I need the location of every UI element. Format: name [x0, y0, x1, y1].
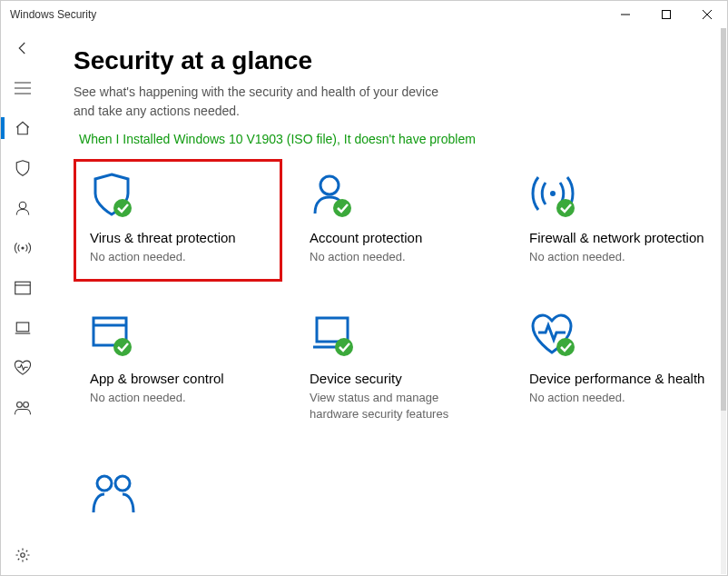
svg-rect-1 [662, 11, 670, 19]
tile-title: Firewall & network protection [529, 230, 705, 245]
tile-title: Device security [310, 371, 486, 386]
nav-virus-threat[interactable] [1, 148, 44, 188]
svg-point-22 [113, 338, 132, 356]
menu-button[interactable] [1, 68, 44, 108]
nav-account-protection[interactable] [1, 188, 44, 228]
svg-point-26 [97, 476, 112, 491]
svg-rect-9 [15, 282, 31, 294]
annotation-note: When I Installed Windows 10 V1903 (ISO f… [74, 132, 709, 146]
window-title: Windows Security [10, 8, 96, 21]
heart-icon [529, 311, 705, 362]
tile-status: No action needed. [90, 249, 266, 265]
nav-settings[interactable] [1, 535, 44, 575]
tile-account-protection[interactable]: Account protection No action needed. [293, 159, 502, 282]
tile-app-browser[interactable]: App & browser control No action needed. [74, 300, 282, 439]
main-content: Security at a glance See what's happenin… [44, 28, 727, 575]
laptop-icon [310, 311, 486, 362]
close-button[interactable] [686, 1, 727, 28]
tile-virus-threat[interactable]: Virus & threat protection No action need… [74, 159, 282, 282]
svg-point-14 [21, 553, 25, 558]
nav-home[interactable] [1, 108, 44, 148]
svg-point-25 [556, 338, 575, 356]
nav-firewall[interactable] [1, 228, 44, 268]
tile-title: App & browser control [90, 371, 266, 386]
sidebar [1, 28, 44, 575]
family-icon [90, 469, 266, 520]
tile-device-security[interactable]: Device security View status and manage h… [293, 300, 502, 439]
svg-point-7 [19, 202, 26, 209]
nav-family-options[interactable] [1, 388, 44, 428]
minimize-button[interactable] [605, 1, 645, 28]
nav-device-security[interactable] [1, 308, 44, 348]
svg-point-12 [17, 402, 23, 408]
nav-device-performance[interactable] [1, 348, 44, 388]
titlebar: Windows Security [1, 1, 727, 28]
svg-point-16 [320, 176, 339, 194]
svg-point-13 [24, 402, 29, 408]
person-icon [310, 170, 486, 221]
tile-status: No action needed. [90, 390, 266, 406]
shield-icon [90, 170, 266, 221]
page-subtitle: See what's happening with the security a… [74, 83, 455, 121]
scrollbar[interactable] [721, 28, 726, 574]
tile-status: No action needed. [310, 249, 486, 265]
maximize-button[interactable] [645, 1, 686, 28]
tiles-grid: Virus & threat protection No action need… [74, 159, 709, 545]
tile-status: View status and manage hardware security… [310, 390, 486, 422]
svg-point-8 [22, 247, 24, 249]
page-title: Security at a glance [74, 46, 709, 75]
scroll-thumb[interactable] [721, 28, 726, 411]
back-button[interactable] [1, 28, 44, 68]
tile-family-options[interactable] [74, 458, 282, 545]
tile-title: Virus & threat protection [90, 230, 266, 245]
tile-device-performance[interactable]: Device performance & health No action ne… [513, 300, 722, 439]
nav-app-browser[interactable] [1, 268, 44, 308]
svg-point-19 [556, 199, 575, 217]
tile-status: No action needed. [529, 249, 705, 265]
window-icon [90, 311, 266, 362]
svg-point-17 [333, 199, 351, 217]
svg-point-15 [113, 199, 132, 217]
svg-rect-11 [16, 323, 29, 332]
tile-status: No action needed. [529, 390, 705, 406]
tile-title: Device performance & health [529, 371, 705, 386]
signal-icon [529, 170, 705, 221]
svg-point-18 [550, 191, 556, 196]
tile-title: Account protection [310, 230, 486, 245]
svg-point-27 [115, 476, 130, 491]
tile-firewall[interactable]: Firewall & network protection No action … [513, 159, 722, 282]
svg-point-24 [335, 338, 353, 356]
